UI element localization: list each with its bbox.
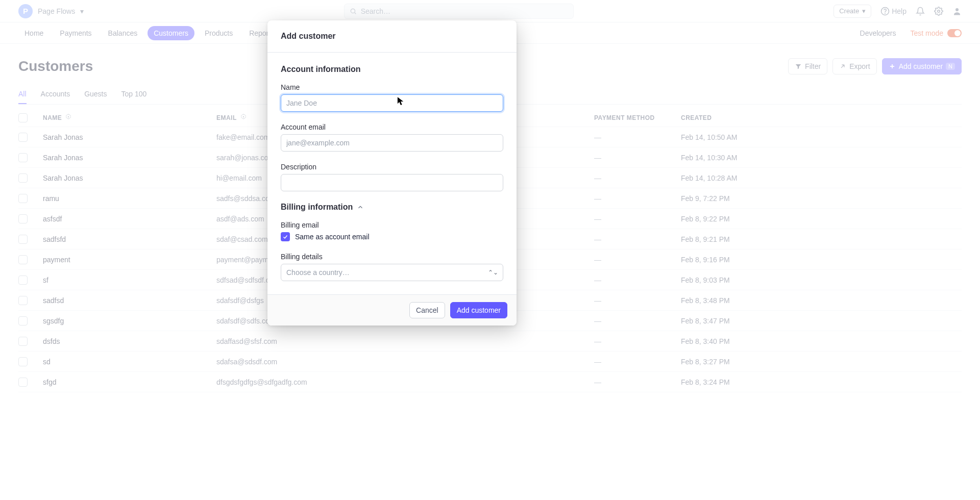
email-label: Account email (281, 123, 503, 131)
name-label: Name (281, 83, 503, 91)
name-input[interactable] (281, 94, 503, 112)
billing-email-label: Billing email (281, 221, 503, 229)
modal-title: Add customer (281, 32, 503, 41)
chevron-up-icon (357, 204, 364, 211)
same-as-account-label: Same as account email (295, 233, 370, 241)
account-email-input[interactable] (281, 134, 503, 152)
billing-section-toggle[interactable]: Billing information (281, 203, 503, 212)
submit-add-customer-button[interactable]: Add customer (450, 302, 507, 318)
cancel-label: Cancel (416, 306, 438, 314)
description-input[interactable] (281, 174, 503, 191)
same-as-account-checkbox[interactable]: Same as account email (281, 232, 503, 241)
checkbox-checked-icon (281, 232, 290, 241)
billing-details-label: Billing details (281, 253, 503, 261)
submit-label: Add customer (457, 306, 501, 314)
country-select[interactable] (281, 264, 503, 281)
select-caret-icon: ⌃⌄ (488, 269, 498, 276)
description-label: Description (281, 163, 503, 171)
cancel-button[interactable]: Cancel (409, 302, 445, 318)
account-section-heading: Account information (281, 65, 503, 74)
add-customer-modal: Add customer Account information Name Ac… (267, 20, 517, 326)
billing-heading: Billing information (281, 203, 353, 212)
